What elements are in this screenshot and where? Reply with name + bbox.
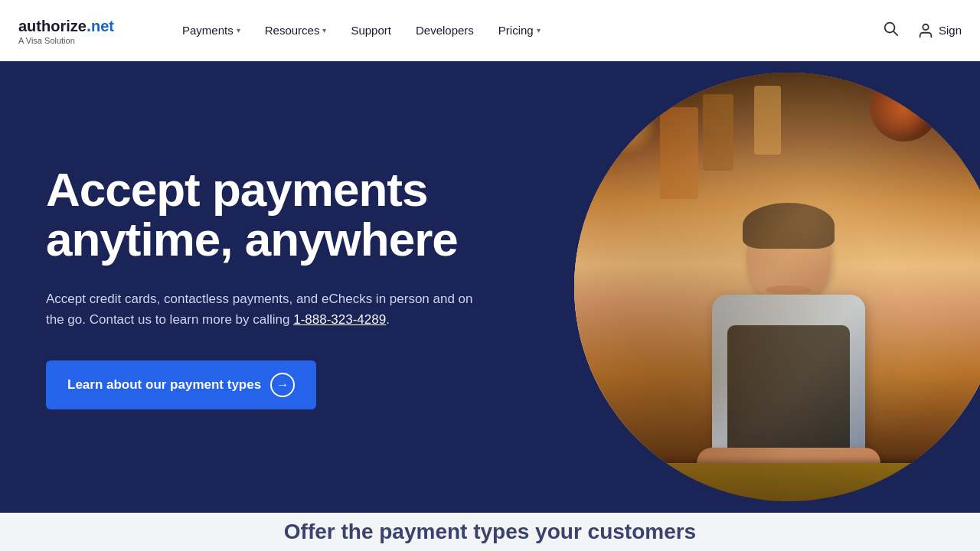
header-right: Sign — [879, 17, 962, 44]
hero-image-bg — [574, 73, 980, 501]
nav-resources-label: Resources — [265, 24, 320, 37]
search-icon — [882, 20, 899, 37]
svg-point-2 — [923, 24, 928, 29]
hero-image — [574, 73, 980, 501]
nav-pricing[interactable]: Pricing ▾ — [488, 18, 551, 43]
hero-title: Accept payments anytime, anywhere — [46, 165, 490, 264]
bottom-teaser-text: Offer the payment types your customers — [284, 520, 696, 544]
nav-developers-label: Developers — [416, 24, 474, 37]
logo[interactable]: authorize.net A Visa Solution — [18, 16, 141, 45]
hero-title-line2: anytime, anywhere — [46, 213, 458, 266]
main-nav: Payments ▾ Resources ▾ Support Developer… — [172, 18, 879, 43]
arrow-right-icon: → — [270, 373, 295, 397]
nav-support-label: Support — [351, 24, 391, 37]
hero-desc-text-before: Accept credit cards, contactless payment… — [46, 292, 473, 327]
user-icon — [917, 22, 934, 39]
hero-description: Accept credit cards, contactless payment… — [46, 289, 490, 330]
hero-title-line1: Accept payments — [46, 163, 427, 216]
chevron-down-icon: ▾ — [237, 26, 240, 34]
hero-cta-label: Learn about our payment types — [67, 377, 261, 393]
nav-developers[interactable]: Developers — [405, 18, 485, 43]
nav-payments-label: Payments — [182, 24, 234, 37]
svg-line-1 — [893, 31, 897, 35]
sign-in-button[interactable]: Sign — [917, 22, 962, 39]
hero-phone-link[interactable]: 1-888-323-4289 — [293, 312, 386, 327]
logo-authorize-part: authorize — [18, 18, 87, 34]
site-header: authorize.net A Visa Solution Payments ▾… — [0, 0, 980, 61]
hero-section: Accept payments anytime, anywhere Accept… — [0, 61, 980, 513]
chevron-down-icon: ▾ — [537, 26, 541, 34]
nav-support[interactable]: Support — [340, 18, 402, 43]
nav-pricing-label: Pricing — [498, 24, 534, 37]
hero-desc-text-after: . — [386, 312, 390, 327]
nav-resources[interactable]: Resources ▾ — [254, 18, 338, 43]
bottom-teaser: Offer the payment types your customers — [0, 513, 980, 551]
hero-cta-button[interactable]: Learn about our payment types → — [46, 360, 316, 409]
logo-sub-text: A Visa Solution — [18, 36, 75, 45]
logo-net: net — [91, 18, 114, 34]
hero-content: Accept payments anytime, anywhere Accept… — [0, 119, 490, 456]
nav-payments[interactable]: Payments ▾ — [172, 18, 251, 43]
search-button[interactable] — [879, 17, 902, 44]
logo-text: authorize.net — [18, 16, 141, 36]
scene-overlay — [574, 73, 980, 501]
logo-visa-tagline: A Visa Solution — [18, 36, 141, 45]
chevron-down-icon: ▾ — [322, 26, 326, 34]
sign-in-label: Sign — [939, 24, 962, 37]
